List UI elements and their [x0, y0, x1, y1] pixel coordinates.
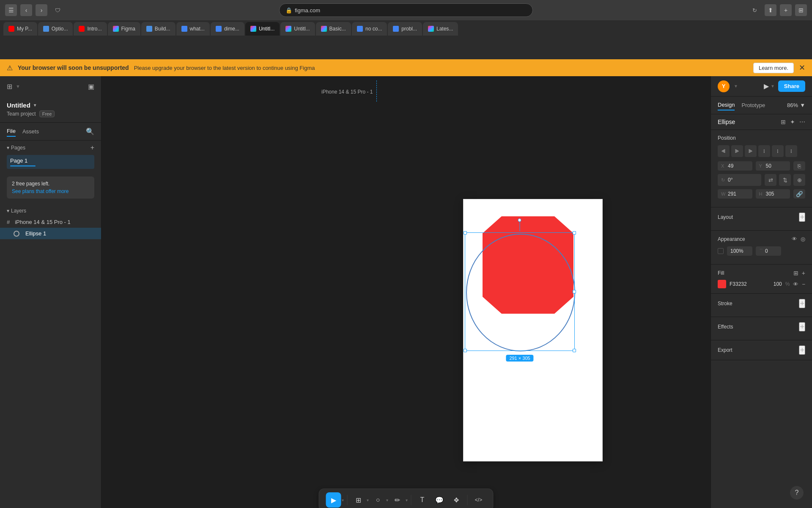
rotation-icon: ↻ — [721, 177, 726, 183]
constrain-proportions-button[interactable]: 🔗 — [793, 189, 805, 199]
tab-file[interactable]: File — [7, 126, 16, 137]
tab-figma1[interactable]: Figma — [108, 22, 140, 36]
comment-tool-button[interactable]: 💬 — [432, 492, 447, 508]
constraints-button[interactable]: ⊕ — [793, 174, 805, 186]
width-input[interactable] — [728, 191, 749, 197]
align-right-button[interactable]: ⫸ — [745, 145, 757, 157]
select-tool-button[interactable]: ▶ — [326, 492, 341, 508]
handle-middle-right[interactable] — [573, 290, 576, 293]
frame-label: iPhone 14 & 15 Pro - 1 — [321, 89, 373, 95]
add-layout-button[interactable]: + — [799, 213, 805, 222]
fill-opacity-value[interactable]: 100 — [769, 281, 782, 287]
handle-bottom-right[interactable] — [573, 349, 576, 352]
handle-bottom-left[interactable] — [464, 349, 467, 352]
fill-style-button[interactable]: ⊞ — [793, 270, 798, 276]
more-options-icon[interactable]: ⋯ — [799, 119, 805, 125]
ellipse-tool-button[interactable]: ○ — [370, 492, 386, 508]
share-button[interactable]: Share — [778, 80, 805, 92]
reload-icon[interactable]: ↻ — [749, 7, 760, 14]
handle-top-left[interactable] — [464, 231, 467, 235]
avatar-dropdown[interactable]: ▼ — [734, 84, 738, 88]
align-left-button[interactable]: ⫷ — [718, 145, 730, 157]
frame-tool-arrow: ▾ — [367, 498, 369, 502]
copy-position-button[interactable]: ⎘ — [793, 161, 805, 171]
corner-radius-input[interactable] — [765, 248, 778, 254]
plans-link[interactable]: See plans that offer more — [12, 188, 89, 194]
tab-google4[interactable]: probl... — [388, 22, 422, 36]
tab-prototype[interactable]: Prototype — [741, 100, 765, 110]
appearance-checkbox[interactable] — [718, 248, 724, 254]
align-top-button[interactable]: ⫶ — [758, 145, 770, 157]
fill-remove-button[interactable]: − — [802, 281, 805, 287]
canvas-area[interactable]: iPhone 14 & 15 Pro - 1 — [102, 76, 710, 508]
forward-btn[interactable]: › — [36, 4, 47, 16]
handle-top-right[interactable] — [573, 231, 576, 235]
tab-figma2[interactable]: Untitl... — [245, 22, 280, 36]
main-canvas[interactable]: iPhone 14 & 15 Pro - 1 — [102, 76, 710, 508]
align-center-h-button[interactable]: ⫸ — [731, 145, 743, 157]
grid-btn[interactable]: ⊞ — [795, 4, 807, 16]
fill-color-swatch[interactable] — [718, 280, 726, 288]
share-browser-btn[interactable]: ⬆ — [765, 4, 776, 16]
add-export-button[interactable]: + — [799, 345, 805, 355]
warning-bar: ⚠ Your browser will soon be unsupported … — [0, 59, 812, 76]
tab-google1[interactable]: what... — [176, 22, 210, 36]
add-fill-button[interactable]: + — [802, 270, 805, 276]
panel-toggle-icon[interactable]: ▣ — [88, 83, 94, 91]
code-tool-button[interactable]: </> — [471, 492, 486, 508]
align-bottom-button[interactable]: ⫶ — [785, 145, 797, 157]
back-btn[interactable]: ‹ — [20, 4, 32, 16]
tab-youtube2[interactable]: Intro... — [74, 22, 107, 36]
frame-tool-button[interactable]: ⊞ — [351, 492, 366, 508]
auto-layout-icon[interactable]: ✦ — [790, 119, 795, 125]
pages-section-title[interactable]: ▾ Pages — [7, 145, 25, 151]
new-tab-btn[interactable]: + — [780, 4, 792, 16]
align-center-v-button[interactable]: ⫶ — [772, 145, 784, 157]
free-pages-text: 2 free pages left. — [12, 181, 89, 187]
fill-color-hex[interactable]: F33232 — [730, 281, 766, 287]
add-effect-button[interactable]: + — [799, 322, 805, 331]
tab-google2[interactable]: dime... — [211, 22, 244, 36]
project-name[interactable]: Untitled ▼ — [7, 102, 94, 109]
visibility-icon[interactable]: 👁 — [792, 236, 797, 242]
learn-more-button[interactable]: Learn more. — [753, 63, 794, 73]
tab-figma4[interactable]: Basic... — [316, 22, 351, 36]
grid-view-icon[interactable]: ⊞ — [781, 119, 786, 125]
zoom-indicator[interactable]: 86% ▼ — [787, 102, 805, 108]
sidebar-toggle-btn[interactable]: ☰ — [5, 4, 17, 16]
text-tool-button[interactable]: T — [415, 492, 430, 508]
height-input[interactable] — [766, 191, 787, 197]
layers-title[interactable]: ▾ Layers — [7, 208, 26, 214]
warning-close-button[interactable]: ✕ — [799, 63, 805, 72]
fill-visibility-button[interactable]: 👁 — [793, 281, 798, 287]
rotation-handle[interactable] — [520, 220, 520, 231]
tab-design[interactable]: Design — [718, 100, 735, 110]
layer-item-frame[interactable]: # iPhone 14 & 15 Pro - 1 — [0, 216, 101, 228]
opacity-input[interactable] — [727, 246, 752, 256]
component-tool-button[interactable]: ❖ — [449, 492, 464, 508]
search-icon[interactable]: 🔍 — [86, 127, 94, 135]
tab-youtube1[interactable]: My P... — [3, 22, 37, 36]
tab-chrome2[interactable]: Build... — [141, 22, 176, 36]
blend-mode-icon[interactable]: ◎ — [801, 236, 805, 242]
pen-tool-button[interactable]: ✏ — [390, 492, 405, 508]
tab-assets[interactable]: Assets — [22, 127, 39, 136]
tab-google3[interactable]: no co... — [352, 22, 387, 36]
y-input[interactable] — [766, 163, 787, 169]
x-input[interactable] — [728, 163, 749, 169]
page-item-1[interactable]: Page 1 — [7, 155, 94, 169]
flip-h-button[interactable]: ⇄ — [765, 174, 776, 186]
prototype-play-button[interactable]: ▶ ▼ — [764, 82, 775, 90]
add-page-button[interactable]: + — [91, 144, 94, 152]
tab-figma5[interactable]: Lates... — [423, 22, 458, 36]
browser-url-bar[interactable]: 🔒 figma.com — [279, 3, 533, 17]
tab-chrome1[interactable]: Optio... — [38, 22, 73, 36]
layer-item-ellipse[interactable]: Ellipse 1 — [0, 228, 101, 239]
rotation-input[interactable] — [728, 177, 758, 183]
dropdown-arrow[interactable]: ▼ — [16, 84, 20, 89]
tab-figma3[interactable]: Untitl... — [280, 22, 315, 36]
flip-v-button[interactable]: ⇅ — [779, 174, 791, 186]
help-button[interactable]: ? — [790, 486, 804, 500]
project-team-text: Team project — [7, 111, 36, 117]
add-stroke-button[interactable]: + — [799, 299, 805, 308]
